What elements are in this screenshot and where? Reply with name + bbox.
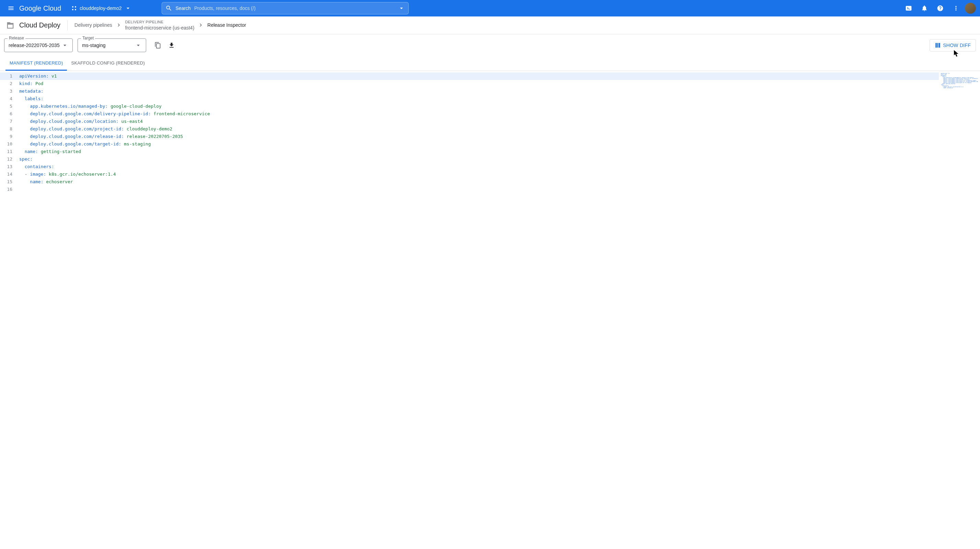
target-select-wrap: Target ms-staging bbox=[78, 38, 146, 52]
code-line[interactable]: 11 name: getting-started bbox=[0, 148, 939, 156]
line-number: 16 bbox=[0, 186, 17, 193]
target-select[interactable]: ms-staging bbox=[78, 38, 146, 52]
release-select-value: release-20220705-2035 bbox=[9, 43, 60, 48]
copy-icon bbox=[154, 42, 161, 49]
release-select-label: Release bbox=[8, 36, 25, 40]
code-content: deploy.cloud.google.com/release-id: rele… bbox=[17, 133, 183, 140]
code-line[interactable]: 4 labels: bbox=[0, 95, 939, 103]
project-icon bbox=[71, 5, 78, 12]
svg-point-2 bbox=[72, 9, 73, 10]
minimap[interactable]: apiVersion: v1 kind: Pod metadata: label… bbox=[939, 71, 980, 193]
code-content: name: echoserver bbox=[17, 178, 73, 186]
code-line[interactable]: 9 deploy.cloud.google.com/release-id: re… bbox=[0, 133, 939, 140]
terminal-icon bbox=[905, 5, 912, 12]
main-menu-button[interactable] bbox=[4, 2, 18, 15]
breadcrumb-row: Cloud Deploy Delivery pipelinesDELIVERY … bbox=[0, 16, 980, 34]
target-select-value: ms-staging bbox=[82, 43, 105, 48]
cloud-shell-button[interactable] bbox=[902, 2, 915, 15]
chevron-down-icon bbox=[135, 42, 142, 49]
line-number: 15 bbox=[0, 178, 17, 186]
chevron-right-icon bbox=[116, 22, 122, 28]
code-line[interactable]: 12spec: bbox=[0, 156, 939, 163]
line-number: 9 bbox=[0, 133, 17, 140]
search-label: Search bbox=[176, 5, 191, 11]
bell-icon bbox=[921, 5, 928, 12]
more-button[interactable] bbox=[949, 2, 963, 15]
line-number: 7 bbox=[0, 118, 17, 125]
diff-icon bbox=[935, 42, 941, 48]
line-number: 10 bbox=[0, 140, 17, 148]
line-number: 13 bbox=[0, 163, 17, 170]
service-name: Cloud Deploy bbox=[19, 21, 60, 29]
chevron-down-icon bbox=[124, 5, 131, 12]
show-diff-label: SHOW DIFF bbox=[943, 43, 971, 48]
code-line[interactable]: 16 bbox=[0, 186, 939, 193]
breadcrumb-current: Release Inspector bbox=[207, 22, 246, 28]
search-placeholder: Products, resources, docs (/) bbox=[194, 5, 398, 11]
svg-point-0 bbox=[72, 6, 73, 8]
code-content: deploy.cloud.google.com/target-id: ms-st… bbox=[17, 140, 151, 148]
line-number: 4 bbox=[0, 95, 17, 103]
header-right bbox=[902, 2, 976, 15]
download-button[interactable] bbox=[165, 38, 178, 52]
search-icon bbox=[165, 5, 172, 12]
chevron-right-icon bbox=[198, 22, 204, 28]
divider bbox=[67, 20, 68, 30]
line-number: 8 bbox=[0, 125, 17, 133]
project-name: clouddeploy-demo2 bbox=[80, 5, 121, 11]
tab[interactable]: SKAFFOLD CONFIG (RENDERED) bbox=[67, 56, 149, 71]
logo-text: Google Cloud bbox=[19, 5, 61, 12]
code-content: - image: k8s.gcr.io/echoserver:1.4 bbox=[17, 170, 116, 178]
search-bar[interactable]: Search Products, resources, docs (/) bbox=[162, 2, 409, 14]
svg-point-3 bbox=[75, 9, 76, 10]
cloud-deploy-icon bbox=[5, 21, 15, 30]
code-content: deploy.cloud.google.com/delivery-pipelin… bbox=[17, 110, 210, 118]
code-line[interactable]: 6 deploy.cloud.google.com/delivery-pipel… bbox=[0, 110, 939, 118]
code-content: name: getting-started bbox=[17, 148, 81, 156]
show-diff-button[interactable]: SHOW DIFF bbox=[929, 39, 976, 51]
line-number: 3 bbox=[0, 88, 17, 95]
code-content: containers: bbox=[17, 163, 54, 170]
chevron-down-icon bbox=[398, 5, 405, 12]
line-number: 14 bbox=[0, 170, 17, 178]
notifications-button[interactable] bbox=[918, 2, 931, 15]
line-number: 2 bbox=[0, 80, 17, 88]
user-avatar[interactable] bbox=[965, 3, 976, 14]
help-icon bbox=[937, 5, 943, 12]
code-line[interactable]: 5 app.kubernetes.io/managed-by: google-c… bbox=[0, 103, 939, 110]
code-line[interactable]: 2kind: Pod bbox=[0, 80, 939, 88]
chevron-down-icon bbox=[61, 42, 68, 49]
minimap-content: apiVersion: v1 kind: Pod metadata: label… bbox=[941, 73, 978, 89]
code-editor[interactable]: 1apiVersion: v12kind: Pod3metadata:4 lab… bbox=[0, 71, 939, 193]
more-vert-icon bbox=[953, 5, 959, 12]
breadcrumb-pipeline[interactable]: DELIVERY PIPELINEfrontend-microservice (… bbox=[125, 19, 194, 30]
help-button[interactable] bbox=[933, 2, 947, 15]
toolbar: Release release-20220705-2035 Target ms-… bbox=[0, 34, 980, 56]
release-select[interactable]: release-20220705-2035 bbox=[4, 38, 73, 52]
code-line[interactable]: 10 deploy.cloud.google.com/target-id: ms… bbox=[0, 140, 939, 148]
svg-point-1 bbox=[75, 6, 76, 8]
code-line[interactable]: 7 deploy.cloud.google.com/location: us-e… bbox=[0, 118, 939, 125]
line-number: 5 bbox=[0, 103, 17, 110]
code-line[interactable]: 1apiVersion: v1 bbox=[0, 72, 939, 80]
editor-wrap: 1apiVersion: v12kind: Pod3metadata:4 lab… bbox=[0, 71, 980, 193]
code-content: metadata: bbox=[17, 88, 43, 95]
google-cloud-logo[interactable]: Google Cloud bbox=[19, 5, 61, 12]
code-line[interactable]: 3metadata: bbox=[0, 88, 939, 95]
code-content: deploy.cloud.google.com/location: us-eas… bbox=[17, 118, 143, 125]
line-number: 1 bbox=[0, 72, 17, 80]
code-content bbox=[17, 186, 19, 193]
tab[interactable]: MANIFEST (RENDERED) bbox=[5, 56, 67, 71]
project-picker[interactable]: clouddeploy-demo2 bbox=[68, 3, 134, 13]
code-content: kind: Pod bbox=[17, 80, 43, 88]
breadcrumb-items: Delivery pipelinesDELIVERY PIPELINEfront… bbox=[75, 19, 246, 30]
download-icon bbox=[168, 42, 175, 49]
code-line[interactable]: 8 deploy.cloud.google.com/project-id: cl… bbox=[0, 125, 939, 133]
line-number: 12 bbox=[0, 156, 17, 163]
code-line[interactable]: 15 name: echoserver bbox=[0, 178, 939, 186]
code-content: labels: bbox=[17, 95, 43, 103]
code-line[interactable]: 14 - image: k8s.gcr.io/echoserver:1.4 bbox=[0, 170, 939, 178]
code-line[interactable]: 13 containers: bbox=[0, 163, 939, 170]
copy-button[interactable] bbox=[151, 38, 165, 52]
breadcrumb-link[interactable]: Delivery pipelines bbox=[75, 22, 112, 28]
